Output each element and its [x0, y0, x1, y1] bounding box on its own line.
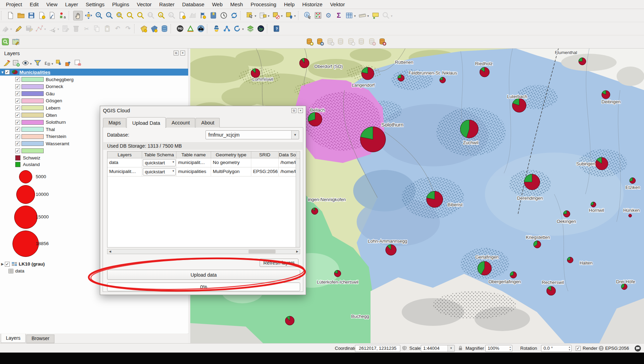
dialog-close-button[interactable]: ✕ [298, 108, 303, 113]
select-features-button[interactable]: ▼ [245, 11, 254, 20]
table-horizontal-scrollbar[interactable]: ◀ ▶ [107, 249, 300, 254]
table-header-table-schema[interactable]: Table Schema [142, 151, 176, 158]
pan-map-button[interactable] [73, 11, 83, 20]
dialog-tab-account[interactable]: Account [166, 118, 195, 128]
metasearch-button[interactable] [175, 24, 185, 34]
statistical-summary-button[interactable] [313, 11, 323, 20]
menu-layer[interactable]: Layer [61, 1, 82, 8]
menu-database[interactable]: Database [178, 1, 208, 8]
zoom-to-selection-button[interactable] [125, 11, 135, 20]
new-map-view-button[interactable] [177, 11, 187, 20]
magnifier-spinner[interactable]: 100% ▲▼ [485, 345, 512, 352]
open-layer-styling-button[interactable] [2, 59, 11, 67]
rotation-spinner[interactable]: 0.0 ° ▲▼ [541, 345, 572, 352]
schema-combo[interactable]: quickstart▼ [143, 168, 176, 175]
zoom-last-button[interactable]: ◂ [156, 11, 166, 20]
class-checkbox[interactable]: ✓ [15, 120, 20, 125]
refresh-map-button[interactable] [229, 11, 239, 20]
menu-vector[interactable]: Vector [133, 1, 156, 8]
identify-features-button[interactable]: i [303, 11, 312, 20]
dxf2shp-converter-button[interactable] [185, 24, 195, 34]
legend-class-gösgen[interactable]: ✓ Gösgen [0, 97, 188, 104]
qgiscloud-add-db-button[interactable]: ✱ [305, 37, 314, 47]
class-checkbox[interactable]: ✓ [15, 148, 20, 153]
scroll-left-arrow[interactable]: ◀ [107, 249, 113, 254]
geopackage-tools-button[interactable] [245, 24, 255, 34]
class-checkbox[interactable]: ✓ [15, 105, 20, 110]
scrollbar-thumb[interactable] [249, 250, 276, 253]
collapse-all-button[interactable] [64, 59, 73, 67]
chevron-down-icon[interactable]: ▼ [291, 131, 299, 139]
python-console-button[interactable] [211, 24, 221, 34]
crs-status[interactable]: EPSG:2056 [605, 344, 629, 353]
zoom-out-button[interactable]: − [104, 11, 114, 20]
coordinate-input[interactable]: 2612017, 1231235 [355, 345, 400, 352]
map-tips-button[interactable] [371, 11, 380, 20]
save-project-button[interactable] [26, 11, 36, 20]
open-project-button[interactable] [16, 11, 26, 20]
dialog-tab-about[interactable]: About [195, 118, 220, 128]
class-checkbox[interactable]: ✓ [15, 134, 20, 139]
temporal-controller-button[interactable] [219, 11, 228, 20]
zoom-to-layer-button[interactable] [136, 11, 145, 20]
remove-layer-button[interactable] [73, 59, 82, 67]
filter-by-expression-button[interactable]: ε▼ [43, 59, 51, 67]
style-manager-button[interactable]: a [58, 11, 67, 20]
table-header-data-so[interactable]: Data So [279, 151, 296, 158]
panel-close-button[interactable]: ✕ [180, 51, 185, 55]
scroll-right-arrow[interactable]: ▶ [295, 249, 300, 254]
show-bookmarks-button[interactable] [208, 11, 218, 20]
extents-icon[interactable] [402, 344, 407, 353]
class-checkbox[interactable]: ✓ [15, 141, 20, 146]
tab-browser[interactable]: Browser [26, 335, 54, 343]
menu-project[interactable]: Project [2, 1, 26, 8]
quickmapservices-button[interactable] [0, 37, 10, 47]
menu-processing[interactable]: Processing [247, 1, 280, 8]
new-project-button[interactable] [6, 11, 15, 20]
osm-place-search-button[interactable] [196, 24, 206, 34]
menu-edit[interactable]: Edit [26, 1, 43, 8]
table-header-table-name[interactable]: Table name [176, 151, 211, 158]
table-header-layers[interactable]: Layers [107, 151, 142, 158]
lock-scale-icon[interactable] [458, 344, 463, 353]
db-manager-button[interactable] [159, 24, 169, 34]
menu-mesh[interactable]: Mesh [226, 1, 247, 8]
manage-map-themes-button[interactable]: ▼ [21, 59, 30, 67]
select-by-location-button[interactable]: ▼ [284, 11, 294, 20]
dialog-tab-maps[interactable]: Maps [103, 118, 126, 128]
legend-class-gäu[interactable]: ✓ Gäu [0, 90, 188, 97]
render-checkbox[interactable]: ✓ [576, 344, 581, 353]
save-project-as-button[interactable] [37, 11, 46, 20]
menu-settings[interactable]: Settings [82, 1, 108, 8]
scale-combo[interactable]: 1:44004 ▼ [421, 345, 455, 352]
legend-class-bucheggberg[interactable]: ✓ Bucheggberg [0, 76, 188, 83]
table-row[interactable]: Municipalit…quickstart▼municipalitiesMul… [107, 167, 300, 176]
layer-diagram-options-button[interactable] [149, 24, 159, 34]
pan-to-selection-button[interactable] [84, 11, 93, 20]
layer-checkbox[interactable]: ✓ [5, 70, 10, 75]
class-checkbox[interactable]: ✓ [15, 127, 20, 132]
layer-item-municipalities[interactable]: ▼ ✓ Municipalities [0, 69, 188, 76]
table-header-srid[interactable]: SRID [251, 151, 279, 158]
spinner-arrows[interactable]: ▲▼ [509, 346, 511, 351]
new-spatial-bookmark-button[interactable] [198, 11, 208, 20]
legend-class-dorneck[interactable]: ✓ Dorneck [0, 83, 188, 90]
database-combo[interactable]: fmfmur_xcjcjm ▼ [206, 130, 299, 139]
class-checkbox[interactable]: ✓ [15, 91, 20, 96]
crs-icon[interactable] [599, 344, 604, 353]
menu-vektor[interactable]: Vektor [326, 1, 349, 8]
collapse-arrow-icon[interactable]: ▼ [0, 70, 5, 74]
layer-labeling-options-button[interactable] [139, 24, 148, 34]
filter-legend-button[interactable] [33, 59, 42, 67]
chevron-down-icon[interactable]: ▼ [447, 345, 454, 352]
plugin-builder-button[interactable] [222, 24, 232, 34]
upload-data-button[interactable]: Upload data [107, 270, 300, 280]
qgiscloud-publish-map-button[interactable]: ✱ [377, 37, 387, 47]
tab-layers[interactable]: Layers [1, 334, 26, 343]
messages-icon[interactable] [634, 344, 641, 353]
menu-plugins[interactable]: Plugins [108, 1, 133, 8]
expand-all-button[interactable] [55, 59, 63, 67]
deselect-features-button[interactable]: ▼ [271, 11, 281, 20]
print-layout-button[interactable] [47, 11, 57, 20]
class-checkbox[interactable]: ✓ [15, 77, 20, 82]
